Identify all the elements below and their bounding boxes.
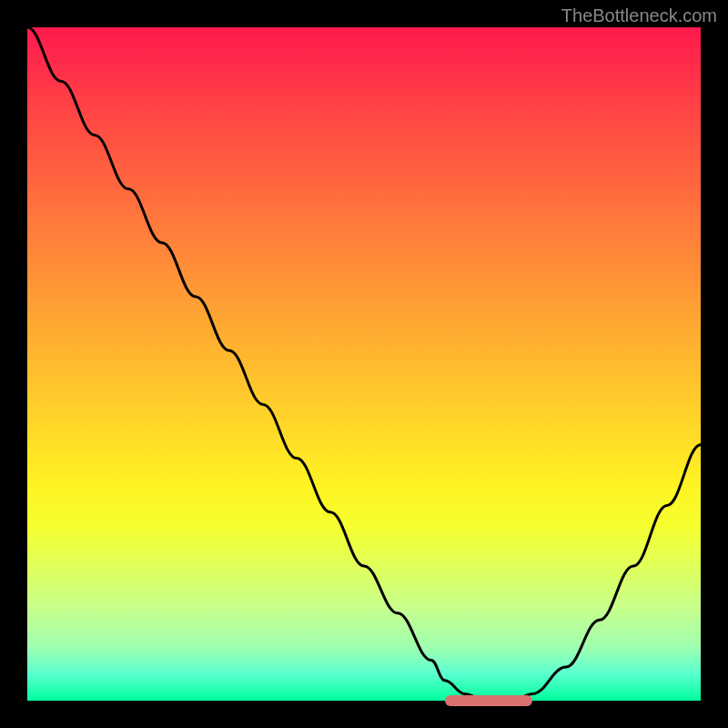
plot-gradient-background [27, 27, 701, 701]
optimal-range-marker [445, 695, 532, 706]
chart-container: TheBottleneck.com [0, 0, 728, 728]
watermark-text: TheBottleneck.com [561, 5, 717, 26]
